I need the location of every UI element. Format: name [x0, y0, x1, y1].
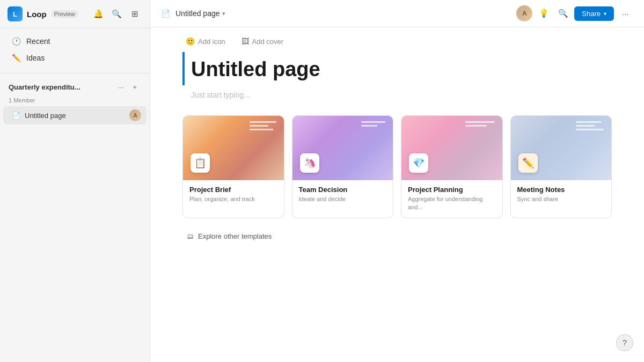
templates-section: 📋 Project Brief Plan, organize, and trac… [182, 115, 612, 244]
workspace-add-button[interactable]: + [128, 80, 141, 93]
share-label: Share [582, 10, 601, 18]
thumb-line-9 [576, 125, 595, 127]
page-content: 🙂 Add icon 🖼 Add cover Untitled page Jus… [150, 27, 644, 362]
template-thumb-icon-team-decision: 🦄 [300, 153, 319, 173]
sidebar-header: L Loop Preview 🔔 🔍 ⊞ [0, 0, 150, 28]
thumb-decoration-lines-3 [465, 121, 495, 127]
explore-templates-button[interactable]: 🗂 Explore other templates [182, 229, 276, 243]
share-button[interactable]: Share ▾ [574, 6, 614, 21]
sidebar-toggle-button[interactable]: ⊞ [127, 6, 142, 21]
thumb-line-10 [576, 129, 604, 130]
thumb-decoration-lines [250, 121, 276, 130]
topbar-chevron-icon: ▾ [222, 10, 225, 17]
workspace-header[interactable]: Quarterly expenditu... ··· + [3, 77, 147, 97]
page-placeholder[interactable]: Just start typing... [182, 88, 612, 99]
thumb-line-8 [576, 121, 602, 123]
template-card-meeting-notes[interactable]: ✏️ Meeting Notes Sync and share [510, 115, 612, 219]
more-options-button[interactable]: ··· [617, 5, 633, 21]
template-thumb-icon-project-planning: 💎 [409, 153, 428, 173]
page-avatar: A [129, 109, 141, 121]
recent-icon: 🕐 [12, 37, 21, 46]
notifications-button[interactable]: 🔔 [91, 6, 106, 21]
workspace-members-count: 1 Member [0, 97, 150, 106]
page-title-area: Untitled page [182, 52, 612, 85]
topbar-page-title: Untitled page [175, 9, 220, 18]
workspace-actions: ··· + [114, 80, 141, 93]
app-logo: L [8, 6, 23, 21]
template-thumb-icon-project-brief: 📋 [191, 153, 210, 173]
thumb-line-7 [465, 125, 487, 127]
template-name-project-brief: Project Brief [189, 186, 277, 194]
template-card-project-planning[interactable]: 💎 Project Planning Aggregate for underst… [401, 115, 503, 219]
help-button[interactable]: ? [616, 334, 633, 351]
sidebar-header-icons: 🔔 🔍 ⊞ [91, 6, 142, 21]
template-thumb-meeting-notes: ✏️ [511, 116, 612, 180]
thumb-decoration-lines-4 [576, 121, 604, 130]
topbar-user-avatar: A [516, 5, 532, 21]
thumb-line-6 [465, 121, 495, 123]
template-info-meeting-notes: Meeting Notes Sync and share [511, 180, 612, 210]
ideas-icon: ✏️ [12, 54, 21, 62]
template-desc-meeting-notes: Sync and share [517, 195, 605, 203]
add-cover-label: Add cover [252, 38, 284, 46]
share-chevron-icon: ▾ [604, 11, 606, 17]
sidebar: L Loop Preview 🔔 🔍 ⊞ 🕐 Recent ✏️ Ideas Q… [0, 0, 150, 362]
sidebar-page-label: Untitled page [25, 112, 125, 120]
preview-badge: Preview [51, 10, 78, 18]
topbar-page-icon: 📄 [161, 9, 170, 18]
sidebar-page-item[interactable]: 📄 Untitled page A [3, 106, 147, 124]
template-info-project-planning: Project Planning Aggregate for understan… [401, 180, 502, 218]
topbar: 📄 Untitled page ▾ A 💡 🔍 Share ▾ ··· [150, 0, 644, 27]
page-main-title[interactable]: Untitled page [191, 57, 612, 82]
explore-templates-icon: 🗂 [187, 232, 194, 240]
topbar-actions: A 💡 🔍 Share ▾ ··· [516, 5, 633, 21]
main-content: 📄 Untitled page ▾ A 💡 🔍 Share ▾ ··· 🙂 Ad… [150, 0, 644, 362]
add-icon-button[interactable]: 🙂 Add icon [182, 35, 229, 48]
add-cover-icon: 🖼 [241, 37, 249, 46]
template-card-team-decision[interactable]: 🦄 Team Decision Ideate and decide [292, 115, 394, 219]
add-icon-icon: 🙂 [186, 37, 195, 46]
share-ideas-button[interactable]: 💡 [536, 5, 552, 21]
sidebar-workspace-section: Quarterly expenditu... ··· + 1 Member 📄 … [0, 73, 150, 128]
explore-templates-label: Explore other templates [198, 232, 272, 240]
thumb-line-2 [250, 125, 268, 127]
thumb-line-5 [361, 125, 377, 127]
page-actions: 🙂 Add icon 🖼 Add cover [182, 27, 612, 52]
page-icon: 📄 [12, 112, 20, 120]
workspace-options-button[interactable]: ··· [114, 80, 127, 93]
template-name-meeting-notes: Meeting Notes [517, 186, 605, 194]
thumb-line-4 [361, 121, 385, 123]
sidebar-nav: 🕐 Recent ✏️ Ideas [0, 28, 150, 71]
template-name-project-planning: Project Planning [408, 186, 496, 194]
template-info-team-decision: Team Decision Ideate and decide [292, 180, 393, 210]
template-thumb-team-decision: 🦄 [292, 116, 393, 180]
thumb-decoration-lines-2 [361, 121, 385, 127]
search-button[interactable]: 🔍 [109, 6, 124, 21]
template-name-team-decision: Team Decision [299, 186, 387, 194]
template-desc-team-decision: Ideate and decide [299, 195, 387, 203]
thumb-line-3 [250, 129, 273, 130]
sidebar-item-recent-label: Recent [26, 37, 50, 46]
add-cover-button[interactable]: 🖼 Add cover [238, 35, 287, 48]
sidebar-item-recent[interactable]: 🕐 Recent [3, 33, 147, 49]
thumb-line-1 [250, 121, 276, 123]
template-thumb-icon-meeting-notes: ✏️ [518, 153, 538, 173]
template-desc-project-brief: Plan, organize, and track [189, 195, 277, 203]
topbar-title: Untitled page ▾ [175, 9, 511, 18]
templates-grid: 📋 Project Brief Plan, organize, and trac… [182, 115, 612, 219]
template-thumb-project-planning: 💎 [401, 116, 502, 180]
search-topbar-button[interactable]: 🔍 [555, 5, 571, 21]
add-icon-label: Add icon [198, 38, 225, 46]
template-desc-project-planning: Aggregate for understanding and... [408, 195, 496, 212]
app-name: Loop [27, 10, 47, 19]
sidebar-item-ideas-label: Ideas [26, 54, 45, 62]
sidebar-item-ideas[interactable]: ✏️ Ideas [3, 50, 147, 66]
template-info-project-brief: Project Brief Plan, organize, and track [183, 180, 284, 210]
template-thumb-project-brief: 📋 [183, 116, 284, 180]
workspace-title: Quarterly expenditu... [9, 83, 111, 91]
template-card-project-brief[interactable]: 📋 Project Brief Plan, organize, and trac… [182, 115, 284, 219]
